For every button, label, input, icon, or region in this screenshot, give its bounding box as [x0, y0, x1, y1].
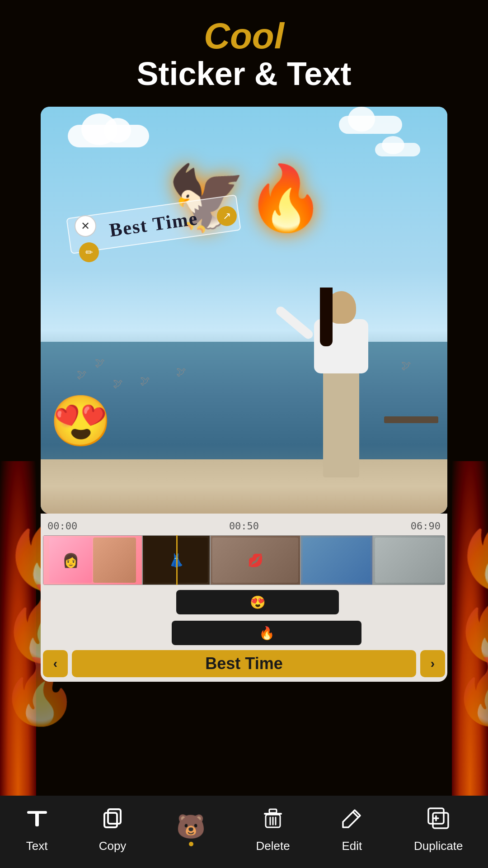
timeline-section: 00:00 00:50 06:90 👩 👗 💋 — [41, 514, 447, 682]
cloud-1 — [68, 125, 149, 147]
shore — [41, 459, 447, 514]
seagull-5: 🕊 — [140, 375, 150, 387]
sticker-tracks: 😍 🔥 — [41, 585, 447, 650]
dock-pier — [384, 416, 438, 423]
clip-1[interactable]: 👩 — [43, 535, 142, 585]
cloud-3 — [375, 143, 420, 156]
track-next-button[interactable]: › — [420, 650, 445, 677]
timeline-strip: 👩 👗 💋 — [43, 535, 445, 585]
seagull-3: 🕊 — [401, 360, 411, 372]
text-track-row: ‹ Best Time › — [41, 650, 447, 677]
timestamp-start: 00:00 — [47, 520, 77, 532]
timestamp-mid: 00:50 — [229, 520, 259, 532]
track-prev-button[interactable]: ‹ — [43, 650, 68, 677]
clip-5[interactable] — [373, 535, 445, 585]
phoenix-track-spacer — [43, 619, 176, 646]
header-subtitle: Sticker & Text — [0, 54, 488, 93]
seagull-4: 🕊 — [95, 357, 105, 369]
phoenix-track-bar[interactable]: 🔥 — [172, 621, 361, 645]
header-cool: Cool — [0, 18, 488, 54]
header: Cool Sticker & Text — [0, 0, 488, 107]
canvas-wrapper[interactable]: 🦅🔥 🕊 🕊 🕊 🕊 🕊 🕊 Best Time ✕ ✏ ↗ — [41, 107, 447, 514]
emoji-track-bar[interactable]: 😍 — [176, 590, 339, 614]
text-track-bar[interactable]: Best Time — [72, 650, 416, 677]
clip-4[interactable] — [300, 535, 373, 585]
seagull-6: 🕊 — [176, 366, 186, 378]
text-sticker-label: Best Time — [108, 208, 199, 241]
cloud-2 — [339, 116, 402, 134]
person — [307, 274, 375, 477]
timeline-playhead — [176, 535, 178, 585]
clip-3[interactable]: 💋 — [210, 535, 300, 585]
phoenix-track-row: 🔥 — [43, 619, 445, 646]
seagull-1: 🕊 — [77, 369, 87, 381]
timeline-timestamps: 00:00 00:50 06:90 — [41, 520, 447, 532]
emoji-track-row: 😍 — [43, 589, 445, 616]
video-strip[interactable]: 👩 👗 💋 — [43, 535, 445, 585]
seagull-2: 🕊 — [113, 378, 123, 390]
emoji-track-spacer — [43, 589, 176, 616]
page-container: Cool Sticker & Text 🦅🔥 🕊 🕊 🕊 🕊 🕊 🕊 — [0, 0, 488, 868]
emoji-sticker[interactable]: 😍 — [50, 392, 112, 450]
timestamp-end: 06:90 — [411, 520, 441, 532]
